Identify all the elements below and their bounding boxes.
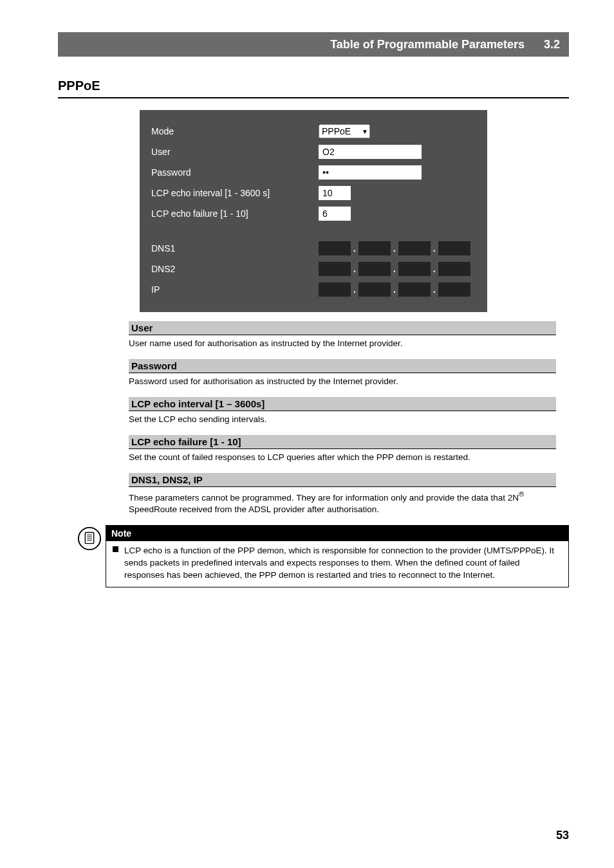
dns1-octet-2 <box>358 241 391 255</box>
heading-lcp-failure: LCP echo failure [1 - 10] <box>129 435 556 449</box>
body-lcp-failure: Set the count of failed responses to LCP… <box>129 449 556 464</box>
body-dns-ip: These parameters cannot be programmed. T… <box>129 487 556 516</box>
pppoe-settings-panel: Mode PPPoE ▼ User O2 Password •• LCP ech… <box>140 110 487 312</box>
note-box: Note LCP echo is a function of the PPP d… <box>106 525 569 587</box>
label-user: User <box>151 147 319 157</box>
svg-rect-1 <box>85 532 93 543</box>
note-bullet-icon <box>113 546 118 552</box>
heading-password: Password <box>129 359 556 373</box>
dns2-ip-display: . . . <box>319 262 470 276</box>
body-password: Password used for authorisation as instr… <box>129 373 556 388</box>
label-lcp-failure: LCP echo failure [1 - 10] <box>151 208 319 219</box>
row-lcp-interval: LCP echo interval [1 - 3600 s] 10 <box>151 186 476 200</box>
body-dns-ip-reg: ® <box>519 490 524 498</box>
dns2-octet-1 <box>319 262 351 276</box>
dns1-octet-1 <box>319 241 351 255</box>
ip-dot: . <box>393 264 396 274</box>
dns1-ip-display: . . . <box>319 241 470 255</box>
ip-dot: . <box>393 284 396 295</box>
row-user: User O2 <box>151 145 476 159</box>
ip-dot: . <box>433 264 436 274</box>
row-lcp-failure: LCP echo failure [1 - 10] 6 <box>151 207 476 221</box>
label-lcp-interval: LCP echo interval [1 - 3600 s] <box>151 188 319 198</box>
heading-dns-ip: DNS1, DNS2, IP <box>129 473 556 487</box>
dns2-octet-2 <box>358 262 391 276</box>
row-password: Password •• <box>151 165 476 180</box>
note-body: LCP echo is a function of the PPP demon,… <box>106 541 568 587</box>
user-input[interactable]: O2 <box>319 145 422 159</box>
body-lcp-interval: Set the LCP echo sending intervals. <box>129 411 556 426</box>
heading-lcp-interval: LCP echo interval [1 – 3600s] <box>129 397 556 411</box>
chevron-down-icon: ▼ <box>362 128 368 135</box>
note-icon <box>77 526 102 551</box>
ip-dot: . <box>353 264 356 274</box>
lcp-interval-value: 10 <box>322 188 333 198</box>
label-dns1: DNS1 <box>151 243 319 254</box>
ip-octet-4 <box>438 282 470 297</box>
label-dns2: DNS2 <box>151 264 319 274</box>
mode-select[interactable]: PPPoE ▼ <box>319 124 370 138</box>
ip-dot: . <box>353 284 356 295</box>
section-title-pppoe: PPPoE <box>58 76 569 98</box>
ip-dot: . <box>393 243 396 254</box>
note-title: Note <box>106 526 568 541</box>
body-user: User name used for authorisation as inst… <box>129 335 556 350</box>
lcp-failure-value: 6 <box>322 208 328 219</box>
body-dns-ip-pre: These parameters cannot be programmed. T… <box>129 492 519 502</box>
row-dns1: DNS1 . . . <box>151 241 476 255</box>
heading-user: User <box>129 321 556 335</box>
ip-dot: . <box>353 243 356 254</box>
ip-dot: . <box>433 284 436 295</box>
row-dns2: DNS2 . . . <box>151 262 476 276</box>
page-header: Table of Programmable Parameters 3.2 <box>58 32 569 57</box>
row-ip: IP . . . <box>151 282 476 297</box>
header-title: Table of Programmable Parameters <box>67 38 544 51</box>
header-section-number: 3.2 <box>544 38 560 51</box>
row-mode: Mode PPPoE ▼ <box>151 124 476 138</box>
label-password: Password <box>151 167 319 178</box>
body-dns-ip-post: SpeedRoute received from the ADSL provid… <box>129 504 379 514</box>
user-input-value: O2 <box>322 147 335 157</box>
lcp-interval-input[interactable]: 10 <box>319 186 351 200</box>
label-ip: IP <box>151 284 319 295</box>
lcp-failure-input[interactable]: 6 <box>319 207 351 221</box>
ip-octet-2 <box>358 282 391 297</box>
ip-octet-3 <box>398 282 431 297</box>
dns2-octet-4 <box>438 262 470 276</box>
dns1-octet-3 <box>398 241 431 255</box>
ip-dot: . <box>433 243 436 254</box>
dns2-octet-3 <box>398 262 431 276</box>
password-input-value: •• <box>322 167 329 178</box>
note-body-text: LCP echo is a function of the PPP demon,… <box>124 546 554 580</box>
dns1-octet-4 <box>438 241 470 255</box>
mode-select-value: PPPoE <box>322 126 351 136</box>
ip-display: . . . <box>319 282 470 297</box>
ip-octet-1 <box>319 282 351 297</box>
label-mode: Mode <box>151 126 319 136</box>
page-number: 53 <box>556 829 569 842</box>
password-input[interactable]: •• <box>319 165 422 180</box>
